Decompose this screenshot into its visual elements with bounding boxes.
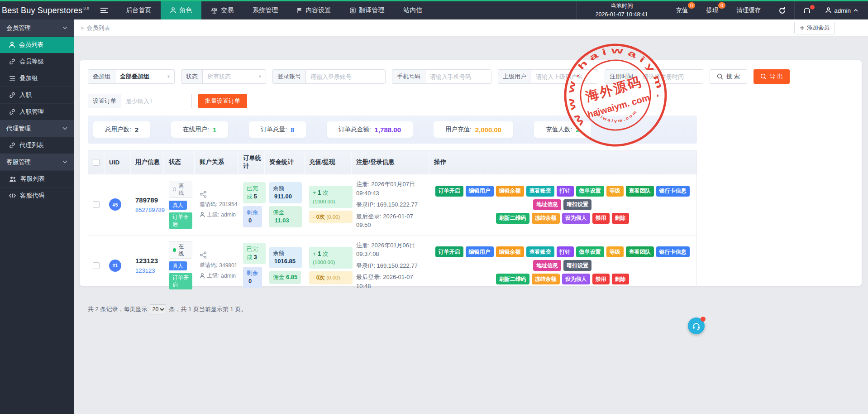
parent-value: admin	[221, 212, 236, 218]
sidebar-item-onboarding[interactable]: 入职	[0, 87, 74, 103]
withdraw-amount: (0.00)	[325, 275, 340, 280]
action-button[interactable]: 编辑用户	[466, 246, 494, 257]
notification-dot	[810, 5, 815, 10]
action-button[interactable]: 暗扣设置	[563, 260, 591, 271]
nav-item-translate[interactable]: 翻译管理	[340, 1, 394, 19]
page-size-select[interactable]: 20	[150, 304, 166, 314]
share-icon[interactable]	[200, 251, 207, 259]
sidebar-item-member-level[interactable]: 会员等级	[0, 53, 74, 70]
refresh-icon[interactable]	[770, 1, 794, 19]
action-button[interactable]: 刷新二维码	[496, 274, 529, 284]
parent-user-input[interactable]	[531, 70, 598, 83]
row-checkbox[interactable]	[93, 201, 100, 208]
action-button[interactable]: 查看账变	[526, 246, 554, 257]
action-button[interactable]: 等级	[606, 246, 624, 257]
nav-item-content[interactable]: 内容设置	[287, 1, 340, 19]
batch-set-order-button[interactable]: 批量设置订单	[198, 94, 247, 108]
sidebar-item-agent-list[interactable]: 代理列表	[0, 137, 74, 154]
action-button[interactable]: 查看团队	[626, 246, 654, 257]
nav-item-roles[interactable]: 角色	[161, 1, 201, 19]
recharge-amount: (1000.00)	[313, 260, 335, 265]
withdraw-link[interactable]: 提现 0	[697, 1, 727, 19]
header-register-login: 注册/登录信息	[352, 150, 429, 174]
sidebar-item-support-code[interactable]: 客服代码	[0, 187, 74, 204]
withdraw-count: 0次	[316, 214, 325, 220]
code-icon	[9, 193, 16, 198]
nav-item-trade[interactable]: 交易	[201, 1, 243, 19]
action-button[interactable]: 禁用	[592, 274, 610, 284]
action-button[interactable]: 禁用	[592, 213, 610, 224]
action-button[interactable]: 地址信息	[533, 260, 561, 271]
nav-item-system[interactable]: 系统管理	[243, 1, 287, 19]
menu-toggle-icon[interactable]	[92, 1, 116, 19]
sidebar-group-support[interactable]: 客服管理	[0, 154, 74, 170]
sidebar-group-agents[interactable]: 代理管理	[0, 120, 74, 137]
recharge-badge: 0	[688, 2, 695, 9]
register-info-line: 注册: 2026年01月06日 09:37:08	[356, 241, 427, 259]
action-button[interactable]: 删除	[612, 213, 629, 224]
add-member-button[interactable]: 添加会员	[794, 22, 835, 34]
action-button[interactable]: 做单设置	[576, 186, 604, 197]
action-button[interactable]: 刷新二维码	[496, 213, 529, 224]
set-order-input[interactable]	[121, 94, 191, 108]
parent-label: 上级:	[207, 211, 219, 219]
admin-menu[interactable]: admin	[819, 1, 868, 19]
orders-done-value: 3	[254, 254, 257, 260]
action-button[interactable]: 删除	[612, 274, 629, 284]
action-button[interactable]: 订单开启	[435, 246, 463, 257]
nav-label: 角色	[179, 6, 192, 14]
action-button[interactable]: 设为假人	[562, 274, 590, 284]
sidebar-item-support-list[interactable]: 客服列表	[0, 170, 74, 187]
nav-item-dashboard[interactable]: 后台首页	[116, 1, 161, 19]
breadcrumb-chevrons-icon: »	[81, 24, 84, 31]
commission-value: 11.03	[275, 217, 289, 224]
row-checkbox[interactable]	[93, 262, 100, 269]
action-button[interactable]: 做单设置	[576, 246, 604, 257]
action-button[interactable]: 地址信息	[533, 199, 561, 210]
recharge-link[interactable]: 充值 0	[667, 1, 697, 19]
minus-sign: -	[313, 274, 316, 281]
order-open-tag: 订单开启	[169, 212, 192, 229]
nav-item-messages[interactable]: 站内信	[394, 1, 432, 19]
sidebar-item-stack-group[interactable]: 叠加组	[0, 70, 74, 87]
recharge-label: 充值	[676, 6, 688, 14]
action-button[interactable]: 编辑余额	[496, 246, 524, 257]
chevron-down-icon	[62, 160, 67, 164]
support-bell-icon[interactable]	[794, 1, 819, 19]
sidebar: 会员管理 会员列表 会员等级 叠加组 入职 入职管理 代理管理 代理列表 客服管…	[0, 19, 74, 414]
action-button[interactable]: 暗扣设置	[563, 199, 591, 210]
action-button[interactable]: 银行卡信息	[656, 246, 690, 257]
phone-input[interactable]	[425, 70, 491, 83]
share-icon[interactable]	[200, 191, 207, 198]
floating-support-button[interactable]	[688, 318, 705, 334]
action-button[interactable]: 订单开启	[435, 186, 463, 197]
orders-remain-label: 剩余	[247, 209, 258, 216]
action-button[interactable]: 设为假人	[562, 213, 590, 224]
stat-total-users: 总用户数:2	[93, 121, 150, 138]
sidebar-group-members[interactable]: 会员管理	[0, 19, 74, 36]
action-button[interactable]: 银行卡信息	[656, 186, 690, 197]
recharge-box: + 1 次 (1000.00)	[309, 247, 353, 269]
action-button[interactable]: 冻结余额	[532, 213, 560, 224]
select-all-checkbox[interactable]	[93, 159, 100, 166]
action-button[interactable]: 打针	[557, 186, 574, 197]
search-button[interactable]: 搜 索	[710, 69, 747, 84]
action-button[interactable]: 编辑余额	[496, 186, 524, 197]
action-button[interactable]: 打针	[557, 246, 574, 257]
action-button[interactable]: 编辑用户	[466, 186, 494, 197]
sidebar-item-onboarding-mgmt[interactable]: 入职管理	[0, 103, 74, 120]
action-button[interactable]: 冻结余额	[532, 274, 560, 284]
stack-group-select[interactable]: 全部叠加组▼	[115, 70, 174, 83]
header-uid: UID	[105, 150, 131, 174]
status-select[interactable]: 所有状态▼	[203, 70, 266, 83]
export-button[interactable]: 导 出	[754, 69, 790, 84]
action-button[interactable]: 等级	[606, 186, 624, 197]
stat-value: 1,788.00	[375, 126, 401, 134]
sidebar-item-member-list[interactable]: 会员列表	[0, 36, 74, 53]
clear-cache-link[interactable]: 清理缓存	[727, 1, 770, 19]
recharge-withdraw-cell: + 1 次 (1000.00)- 0次 (0.00)	[305, 174, 352, 235]
action-button[interactable]: 查看账变	[526, 186, 554, 197]
action-button[interactable]: 查看团队	[626, 186, 654, 197]
register-time-input[interactable]	[638, 70, 703, 83]
login-account-input[interactable]	[306, 70, 385, 83]
